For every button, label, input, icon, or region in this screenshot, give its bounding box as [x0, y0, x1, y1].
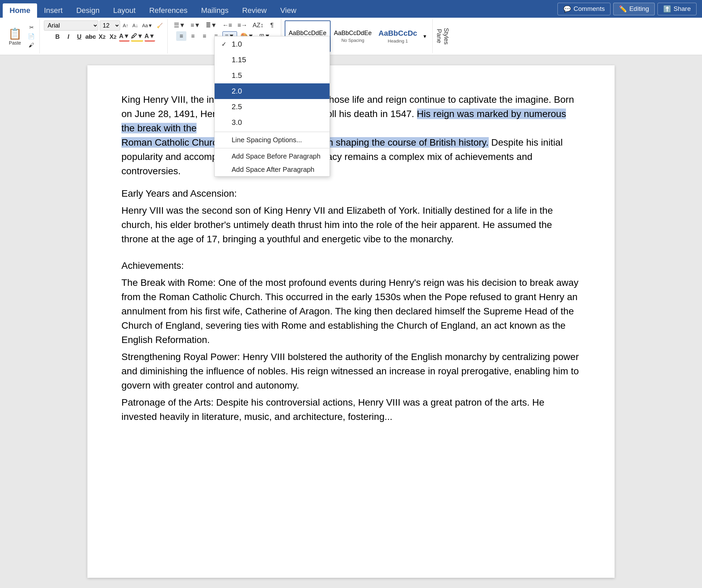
numbered-list-button[interactable]: ≡▼: [189, 20, 202, 30]
change-case-button[interactable]: Aa▼: [141, 21, 154, 30]
paste-button[interactable]: 📋 Paste: [5, 26, 24, 47]
ls-option-25[interactable]: 2.5: [215, 99, 330, 115]
editing-button[interactable]: ✏️ Editing: [613, 3, 655, 15]
highlighted-text-1: His reign was marked by numerous: [417, 109, 566, 119]
font-group: Arial 12 A↑ A↓ Aa▼ 🧹 B I U abc X2 X2 A▼ …: [40, 19, 168, 53]
early-years-heading: Early Years and Ascension:: [121, 186, 581, 201]
strikethrough-button[interactable]: abc: [85, 32, 96, 42]
align-right-button[interactable]: ≡: [199, 31, 210, 41]
add-space-after-button[interactable]: Add Space After Paragraph: [215, 163, 330, 176]
text-obscured-1: igure whose life and reign continue to c…: [298, 94, 544, 105]
edit-icon: ✏️: [619, 5, 627, 13]
early-years-body[interactable]: Henry VIII was the second son of King He…: [121, 203, 581, 246]
ls-option-3[interactable]: 3.0: [215, 115, 330, 130]
show-marks-button[interactable]: ¶: [267, 20, 277, 30]
decrease-indent-button[interactable]: ←≡: [220, 20, 234, 30]
text-obscured-2: ll his death in 1547.: [332, 109, 417, 119]
sort-button[interactable]: AZ↕: [251, 20, 266, 30]
royal-power-paragraph[interactable]: Strengthening Royal Power: Henry VIII bo…: [121, 350, 581, 393]
paste-icon: 📋: [8, 27, 22, 40]
styles-expand-button[interactable]: ▾: [421, 20, 429, 52]
line-spacing-dropdown: ✓ 1.0 1.15 1.5 2.0 2.5 3.0 Line Spacing …: [214, 36, 330, 177]
document-area: King Henry VIII, the infamous monarch of…: [0, 55, 702, 588]
heading1-label: Heading 1: [388, 38, 408, 44]
ls-option-2[interactable]: 2.0: [215, 83, 330, 99]
increase-font-button[interactable]: A↑: [121, 21, 130, 30]
comment-icon: 💬: [563, 5, 571, 13]
cut-button[interactable]: ✂: [26, 23, 37, 32]
format-painter-button[interactable]: 🖌: [26, 41, 37, 49]
tab-references[interactable]: References: [143, 3, 195, 18]
ls-divider-2: [215, 148, 330, 148]
highlight-button[interactable]: 🖊▼: [131, 32, 143, 42]
tab-bar: Home Insert Design Layout References Mai…: [0, 0, 702, 18]
style-no-spacing[interactable]: AaBbCcDdEe No Spacing: [331, 20, 375, 52]
style-heading1[interactable]: AaBbCcDc Heading 1: [375, 20, 421, 52]
heading1-preview: AaBbCcDc: [379, 29, 417, 38]
add-space-before-button[interactable]: Add Space Before Paragraph: [215, 150, 330, 163]
tab-design[interactable]: Design: [69, 3, 106, 18]
ls-option-115[interactable]: 1.15: [215, 52, 330, 68]
intro-paragraph[interactable]: King Henry VIII, the infamous monarch of…: [121, 93, 581, 178]
tab-layout[interactable]: Layout: [106, 3, 143, 18]
font-size-select[interactable]: 12: [100, 20, 120, 31]
clipboard-group: 📋 Paste ✂ 📄 🖌: [3, 19, 40, 53]
bold-button[interactable]: B: [53, 32, 62, 42]
ls-options-link[interactable]: Line Spacing Options...: [215, 133, 330, 147]
italic-button[interactable]: I: [64, 32, 73, 42]
share-icon: ⬆️: [663, 5, 671, 13]
decrease-font-button[interactable]: A↓: [131, 21, 139, 30]
no-spacing-preview: AaBbCcDdEe: [334, 30, 372, 37]
font-family-select[interactable]: Arial: [44, 20, 98, 31]
tab-view[interactable]: View: [273, 3, 303, 18]
increase-indent-button[interactable]: ≡→: [235, 20, 249, 30]
styles-pane-button[interactable]: Styles Pane: [432, 19, 452, 53]
align-center-button[interactable]: ≡: [188, 31, 198, 41]
document-page: King Henry VIII, the infamous monarch of…: [87, 65, 615, 578]
arts-paragraph[interactable]: Patronage of the Arts: Despite his contr…: [121, 395, 581, 424]
ls-option-1[interactable]: ✓ 1.0: [215, 36, 330, 52]
tab-home[interactable]: Home: [3, 3, 37, 18]
comments-button[interactable]: 💬 Comments: [557, 3, 611, 15]
ls-check-1: ✓: [221, 40, 228, 48]
subscript-button[interactable]: X2: [97, 32, 107, 42]
ls-divider-1: [215, 132, 330, 132]
tab-mailings[interactable]: Mailings: [194, 3, 235, 18]
align-left-button[interactable]: ≡: [176, 31, 186, 41]
bullet-list-button[interactable]: ☰▼: [172, 20, 187, 30]
superscript-button[interactable]: X2: [108, 32, 118, 42]
share-button[interactable]: ⬆️ Share: [657, 3, 697, 15]
break-rome-paragraph[interactable]: The Break with Rome: One of the most pro…: [121, 276, 581, 347]
no-spacing-label: No Spacing: [341, 38, 364, 43]
copy-button[interactable]: 📄: [26, 32, 37, 40]
multilevel-list-button[interactable]: ≣▼: [204, 20, 219, 30]
ribbon: 📋 Paste ✂ 📄 🖌 Arial 12 A↑ A↓ Aa▼: [0, 18, 702, 55]
achievements-heading: Achievements:: [121, 259, 581, 273]
clipboard-sub: ✂ 📄 🖌: [26, 23, 37, 49]
tab-review[interactable]: Review: [235, 3, 273, 18]
clear-format-button[interactable]: 🧹: [155, 21, 164, 30]
shading-button[interactable]: A▼: [145, 32, 155, 42]
font-color-button[interactable]: A▼: [119, 32, 130, 42]
tab-insert[interactable]: Insert: [37, 3, 69, 18]
underline-button[interactable]: U: [74, 32, 84, 42]
ls-option-15[interactable]: 1.5: [215, 68, 330, 83]
